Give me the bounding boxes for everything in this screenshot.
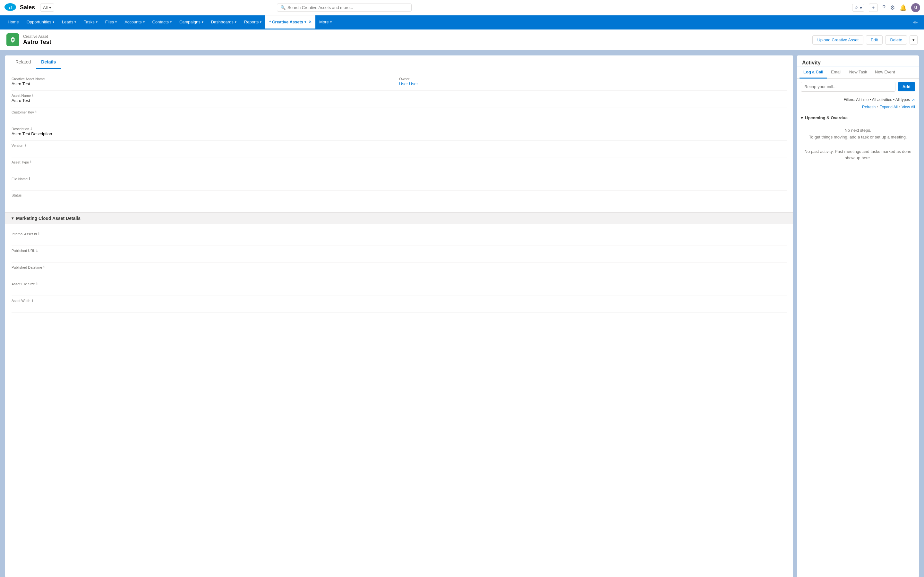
upload-creative-asset-button[interactable]: Upload Creative Asset [813,35,863,45]
asset-width-label: Asset Width ℹ [11,298,787,303]
customer-key-label: Customer Key ℹ [11,110,787,114]
record-actions: Upload Creative Asset Edit Delete ▾ [813,35,918,45]
field-status: Status ✏ [11,191,787,207]
notifications-icon[interactable]: 🔔 [900,4,907,11]
view-all-link[interactable]: View All [901,105,915,109]
asset-name-label: Asset Name ℹ [11,93,787,97]
close-tab-icon[interactable]: ✕ [309,20,312,24]
customer-key-info-icon[interactable]: ℹ [35,110,37,114]
published-url-value [11,253,787,259]
nav-label-campaigns: Campaigns [179,19,200,24]
search-scope-selector[interactable]: All ▾ [40,3,54,11]
asset-type-value [11,165,787,171]
favorites-icon[interactable]: ☆ ▾ [852,4,864,11]
field-asset-width: Asset Width ℹ ✏ [11,296,787,313]
version-value [11,148,787,155]
add-button[interactable]: Add [898,82,915,91]
filters-row: Filters: All time • All activities • All… [797,95,919,104]
description-label: Description ℹ [11,127,787,131]
filter-icon[interactable]: ⊿ [911,97,915,102]
asset-type-info-icon[interactable]: ℹ [30,160,31,164]
tab-email[interactable]: Email [827,66,845,79]
tab-new-task[interactable]: New Task [845,66,871,79]
asset-file-size-info-icon[interactable]: ℹ [36,282,37,286]
nav-item-reports[interactable]: Reports ▾ [240,15,266,29]
nav-item-creative-assets[interactable]: * Creative Assets ▾ ✕ [265,15,315,29]
upcoming-header[interactable]: ▾ Upcoming & Overdue [797,112,919,123]
description-info-icon[interactable]: ℹ [31,127,32,131]
help-icon[interactable]: ? [882,4,885,11]
app-name: Sales [20,4,35,11]
nav-item-leads[interactable]: Leads ▾ [58,15,80,29]
nav-item-tasks[interactable]: Tasks ▾ [80,15,101,29]
svg-text:sf: sf [9,5,12,9]
tabs: Related Details [5,55,793,69]
file-name-value [11,181,787,188]
nav-item-dashboards[interactable]: Dashboards ▾ [207,15,240,29]
asset-name-info-icon[interactable]: ℹ [32,93,33,97]
nav-item-more[interactable]: More ▾ [315,15,336,29]
recap-row: Add [797,79,919,95]
asset-file-size-label: Asset File Size ℹ [11,282,787,286]
nav-item-accounts[interactable]: Accounts ▾ [121,15,148,29]
published-datetime-label: Published Datetime ℹ [11,265,787,269]
field-file-name: File Name ℹ ✏ [11,174,787,191]
internal-asset-id-info-icon[interactable]: ℹ [38,232,39,236]
salesforce-logo[interactable]: sf [4,3,17,13]
search-bar: 🔍 [277,3,412,11]
nav-edit-icon[interactable]: ✏ [911,19,920,26]
asset-width-value [11,303,787,309]
tasks-chevron-icon: ▾ [96,20,97,24]
field-published-datetime: Published Datetime ℹ ✏ [11,263,787,279]
version-info-icon[interactable]: ℹ [25,143,26,147]
edit-button[interactable]: Edit [866,35,883,45]
avatar[interactable]: U [911,3,920,12]
refresh-link[interactable]: Refresh [862,105,876,109]
tab-log-a-call[interactable]: Log a Call [800,66,827,79]
activity-title: Activity [802,60,821,65]
scope-chevron-icon: ▾ [49,5,51,10]
internal-asset-id-value [11,237,787,243]
nav-item-contacts[interactable]: Contacts ▾ [149,15,176,29]
nav-item-campaigns[interactable]: Campaigns ▾ [176,15,207,29]
asset-width-info-icon[interactable]: ℹ [32,298,33,303]
campaigns-chevron-icon: ▾ [202,20,204,24]
nav-item-opportunities[interactable]: Opportunities ▾ [23,15,58,29]
field-creative-asset-name: Creative Asset Name Astro Test ✏ [11,77,399,88]
tab-related[interactable]: Related [10,55,36,69]
nav-item-files[interactable]: Files ▾ [102,15,121,29]
activity-header: Activity [797,55,919,66]
delete-button[interactable]: Delete [885,35,907,45]
creative-asset-name-value: Astro Test [11,81,393,88]
upcoming-chevron-icon: ▾ [801,115,803,120]
nav-item-home[interactable]: Home [4,15,23,29]
file-name-info-icon[interactable]: ℹ [29,177,30,181]
upcoming-section: ▾ Upcoming & Overdue No next steps. To g… [797,112,919,145]
search-icon: 🔍 [280,5,286,10]
asset-name-value: Astro Test [11,98,787,105]
search-scope-label: All [43,5,47,10]
marketing-cloud-section-header[interactable]: ▾ Marketing Cloud Asset Details [5,212,793,224]
tab-details[interactable]: Details [36,55,61,69]
more-actions-dropdown[interactable]: ▾ [909,35,918,45]
more-chevron-icon: ▾ [330,20,332,24]
nav-label-accounts: Accounts [124,19,142,24]
recap-input[interactable] [801,82,895,92]
field-asset-type: Asset Type ℹ ✏ [11,157,787,174]
nav-label-files: Files [105,19,114,24]
owner-link[interactable]: User User [399,81,418,86]
internal-asset-id-label: Internal Asset Id ℹ [11,232,787,236]
settings-icon[interactable]: ⚙ [890,4,895,11]
published-url-info-icon[interactable]: ℹ [36,248,37,253]
expand-all-link[interactable]: Expand All [879,105,898,109]
add-icon[interactable]: ＋ [869,3,878,12]
field-asset-file-size: Asset File Size ℹ ✏ [11,279,787,296]
search-input[interactable] [288,5,408,10]
status-value [11,198,787,204]
version-label: Version ℹ [11,143,787,147]
dashboards-chevron-icon: ▾ [235,20,236,24]
tab-new-event[interactable]: New Event [871,66,899,79]
record-info: Creative Asset Astro Test [23,34,51,45]
leads-chevron-icon: ▾ [74,20,76,24]
published-datetime-info-icon[interactable]: ℹ [43,265,45,269]
